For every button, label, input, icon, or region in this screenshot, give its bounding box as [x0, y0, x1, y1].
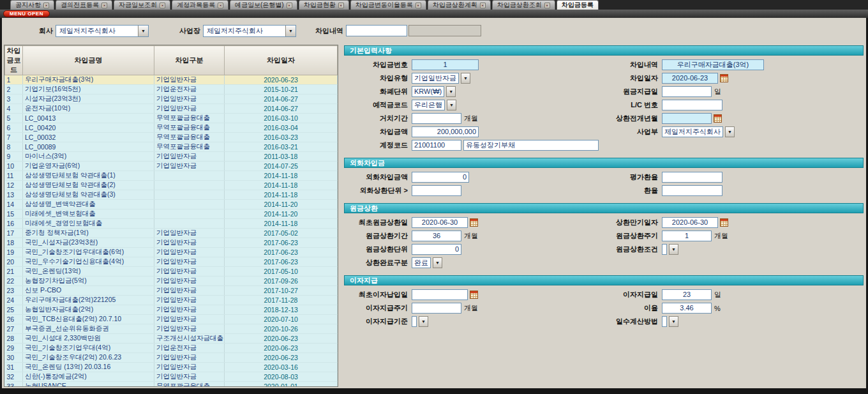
principal-condition-select[interactable] [662, 244, 667, 255]
table-row[interactable]: 3시설자금(23억3천)기업일반자금2014-06-27 [5, 95, 338, 104]
table-row[interactable]: 27부국증권_선순위유동화증권기업일반자금2020-10-26 [5, 324, 338, 334]
table-row[interactable]: 25농협일반자금대출(2억)기업일반자금2018-12-13 [5, 305, 338, 315]
chevron-down-icon[interactable]: ▼ [285, 26, 296, 36]
column-header[interactable]: 차입금명 [23, 46, 154, 75]
chevron-down-icon[interactable]: ▼ [447, 100, 456, 110]
business-unit-select[interactable]: 제일저지주식회사 [662, 126, 723, 137]
tab-10[interactable]: 차입금등록 [557, 0, 599, 10]
tab-close-icon[interactable]: × [218, 3, 223, 8]
chevron-down-icon[interactable]: ▼ [669, 316, 678, 327]
table-row[interactable]: 8LC_00089무역포괄금융대출2016-03-21 [5, 142, 338, 152]
table-row[interactable]: 6LC_00420무역포괄금융대출2016-03-04 [5, 123, 338, 133]
chevron-down-icon[interactable]: ▼ [669, 244, 678, 255]
chevron-down-icon[interactable]: ▼ [446, 86, 456, 97]
loan-desc-search-input-2[interactable] [408, 25, 481, 36]
loan-desc-search-input[interactable] [346, 25, 407, 36]
tab-close-icon[interactable]: × [480, 3, 486, 8]
tab-5[interactable]: 예금일보(은행별)× [230, 0, 297, 10]
principal-cycle-field[interactable]: 1 [662, 231, 712, 241]
loan-type-select[interactable]: 기업일반자금 [412, 73, 459, 84]
interest-rate-field[interactable]: 3.46 [662, 303, 712, 314]
menu-open-button[interactable]: MENU OPEN [3, 10, 50, 17]
table-row[interactable]: 20국민_우수기술기업신용대출(4억)기업일반자금2017-06-23 [5, 257, 338, 267]
tab-2[interactable]: 결의전표등록× [56, 0, 112, 10]
interest-basis-select[interactable] [412, 316, 417, 327]
plant-select[interactable]: 제일저지주식회사 ▼ [203, 25, 296, 37]
tab-8[interactable]: 차입금상환계획× [428, 0, 491, 10]
chevron-down-icon[interactable]: ▼ [433, 257, 442, 268]
fx-loan-amount-field[interactable]: 0 [412, 172, 469, 183]
table-row[interactable]: 28국민_시설대 2,330백만원구조개선시설자금대출2020-06-23 [5, 334, 338, 344]
chevron-down-icon[interactable]: ▼ [138, 26, 148, 36]
table-row[interactable]: 7LC_00032무역포괄금융대출2016-03-23 [5, 133, 338, 142]
tab-6[interactable]: 차입금현황× [299, 0, 349, 10]
rollover-ym-field[interactable] [662, 113, 712, 124]
column-header[interactable]: 차입금코드 [5, 46, 23, 75]
table-row[interactable]: 17중기청 정책자금(1억)기업일반자금2017-05-02 [5, 229, 338, 238]
chevron-down-icon[interactable]: ▼ [419, 316, 428, 327]
eval-rate-field[interactable] [662, 172, 722, 183]
table-row[interactable]: 29국민_기술창조기업우대(4억)기업운전자금2020-06-23 [5, 344, 338, 353]
table-row[interactable]: 14삼성생명_변액약관대출2014-11-20 [5, 200, 338, 209]
calendar-icon[interactable] [470, 291, 478, 299]
account-name-field[interactable]: 유동성장기부채 [463, 140, 599, 151]
tab-7[interactable]: 차입금변동이율등록× [350, 0, 426, 10]
company-select[interactable]: 제일저지주식회사 ▼ [56, 25, 149, 37]
table-row[interactable]: 21국민_온렌딩(13억)기업일반자금2017-05-10 [5, 267, 338, 277]
table-row[interactable]: 2기업기보(16억5천)기업운전자금2015-10-21 [5, 85, 338, 95]
tab-close-icon[interactable]: × [544, 3, 550, 8]
fx-repay-unit-field[interactable] [412, 185, 461, 196]
tab-close-icon[interactable]: × [415, 3, 421, 8]
table-row[interactable]: 11삼성생명단체보험 약관대출(1)2014-11-18 [5, 171, 338, 181]
first-interest-date-field[interactable] [412, 289, 468, 300]
tab-close-icon[interactable]: × [287, 3, 292, 8]
grace-period-field[interactable] [412, 113, 461, 124]
calendar-icon[interactable] [720, 218, 728, 227]
loan-no-field[interactable]: 1 [412, 59, 479, 70]
calendar-icon[interactable] [720, 74, 728, 82]
table-row[interactable]: 5LC_00413무역포괄금융대출2016-03-10 [5, 114, 338, 123]
account-code-field[interactable]: 21001100 [412, 140, 461, 151]
table-row[interactable]: 23신보 P-CBO기업일반자금2017-10-27 [5, 286, 338, 296]
loan-amount-field[interactable]: 200,000,000 [412, 126, 479, 137]
tab-1[interactable]: 공지사항× [10, 0, 54, 10]
principal-unit-field[interactable]: 0 [412, 244, 461, 255]
tab-4[interactable]: 계정과목등록× [172, 0, 228, 10]
exchange-rate-field[interactable] [662, 185, 722, 196]
interest-cycle-field[interactable] [412, 303, 461, 314]
interest-pay-day-field[interactable]: 23 [662, 289, 712, 300]
table-row[interactable]: 10기업운영자금(6억)기업일반자금2014-07-25 [5, 162, 338, 171]
calendar-icon[interactable] [470, 218, 478, 227]
table-row[interactable]: 15미래에셋_변액보험대출2014-11-20 [5, 209, 338, 219]
lc-number-field[interactable] [662, 100, 722, 110]
tab-close-icon[interactable]: × [160, 3, 165, 8]
principal-period-field[interactable]: 36 [412, 231, 461, 241]
table-row[interactable]: 26국민_TCB신용대출(2억) 20.7.10기업일반자금2020-07-10 [5, 315, 338, 324]
chevron-down-icon[interactable]: ▼ [725, 126, 735, 137]
tab-3[interactable]: 자금일보조회× [114, 0, 170, 10]
currency-select[interactable]: KRW(₩) [412, 86, 444, 97]
table-row[interactable]: 30국민_기술창조우대(2억) 20.6.23기업일반자금2020-06-23 [5, 353, 338, 363]
tab-9[interactable]: 차입금상환조회× [492, 0, 555, 10]
principal-pay-day-field[interactable] [662, 86, 712, 97]
maturity-date-field[interactable]: 2020-06-30 [662, 217, 718, 228]
table-row[interactable]: 31국민_온렌딩 (13억) 20.03.16기업일반자금2020-03-16 [5, 363, 338, 372]
table-row[interactable]: 32신한(-)통장예금(2억)기업일반자금2020-08-03 [5, 372, 338, 382]
table-row[interactable]: 4운전자금(10억)기업일반자금2014-06-27 [5, 104, 338, 114]
first-principal-date-field[interactable]: 2020-06-30 [412, 217, 468, 228]
table-row[interactable]: 19국민_기술창조기업우대대출(6억)기업일반자금2017-06-23 [5, 248, 338, 257]
deposit-code-select[interactable]: 우리은행 [412, 100, 445, 110]
table-row[interactable]: 16미래에셋_경영인보험대출2014-11-18 [5, 219, 338, 229]
column-header[interactable]: 차입구분 [154, 46, 225, 75]
chevron-down-icon[interactable]: ▼ [461, 73, 470, 84]
table-row[interactable]: 18국민_시설자금(23억3천)기업일반자금2017-06-23 [5, 238, 338, 248]
column-header[interactable]: 차입일자 [225, 46, 338, 75]
table-row[interactable]: 12삼성생명단체보험 약관대출(2)2014-11-18 [5, 181, 338, 190]
table-row[interactable]: 1우리구매자금대출(3억)기업일반자금2020-06-23 [5, 75, 338, 85]
table-row[interactable]: 9마이너스(3억)기업일반자금2011-03-18 [5, 152, 338, 162]
tab-close-icon[interactable]: × [43, 3, 49, 8]
table-row[interactable]: 22농협장기차입금(5억)기업일반자금2017-09-26 [5, 277, 338, 286]
tab-close-icon[interactable]: × [338, 3, 344, 8]
table-row[interactable]: 24우리구매자금대출(2억)221205기업일반자금2017-11-28 [5, 296, 338, 305]
day-count-method-select[interactable] [662, 316, 667, 327]
